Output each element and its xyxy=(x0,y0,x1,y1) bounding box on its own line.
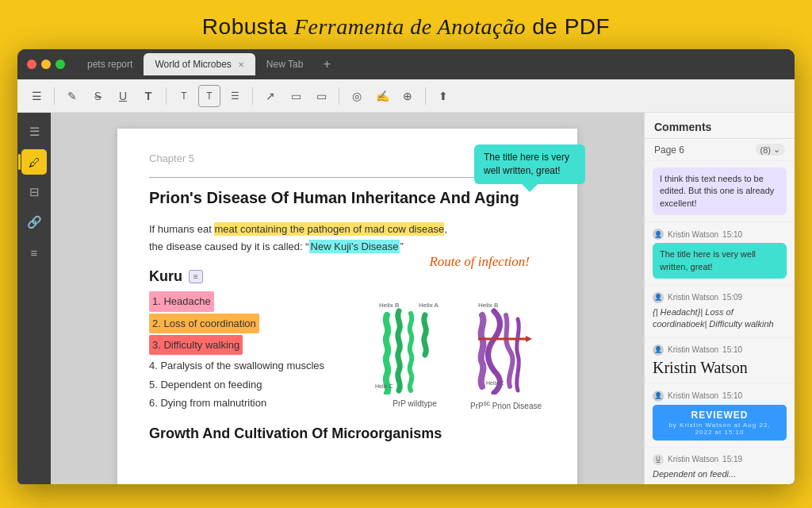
sidebar-item-annotations[interactable]: 🖊 xyxy=(21,149,47,175)
new-tab-button[interactable]: + xyxy=(317,55,336,74)
toolbar-redact-icon[interactable]: ⬆ xyxy=(432,85,454,107)
toolbar-layout-icon[interactable]: ☰ xyxy=(25,85,48,107)
document-title: Prion's Disease Of Human Inheritance And… xyxy=(149,187,546,208)
titlebar: pets report World of Microbes ✕ New Tab … xyxy=(17,49,795,79)
toolbar-strikethrough-icon[interactable]: S̶ xyxy=(86,85,109,107)
traffic-lights xyxy=(27,60,65,69)
svg-text:Helix B: Helix B xyxy=(478,302,498,309)
toolbar-pencil-icon[interactable]: ✎ xyxy=(61,85,83,107)
svg-marker-5 xyxy=(526,336,532,342)
avatar-3: 👤 xyxy=(653,292,664,303)
callout-annotation[interactable]: The title here is very well written, gre… xyxy=(474,144,585,184)
wildtype-svg: Helix B Helix A Helix C xyxy=(371,299,458,394)
toolbar-stamp-icon[interactable]: ⊕ xyxy=(396,85,419,107)
toolbar-rect-icon[interactable]: ▭ xyxy=(285,85,307,107)
app-window: pets report World of Microbes ✕ New Tab … xyxy=(17,49,795,484)
reviewed-badge: REVIEWED by Kristin Watson at Aug 22, 20… xyxy=(653,405,787,441)
protein-illustration: Helix B Helix A Helix C PrP wildtype xyxy=(371,299,546,412)
tab-pets-report[interactable]: pets report xyxy=(76,53,144,75)
heading-italic: Ferramenta de Anotação xyxy=(294,14,526,39)
comment-bubble-2: The title here is very well written, gre… xyxy=(653,243,787,279)
tab-world-of-microbes[interactable]: World of Microbes ✕ xyxy=(144,53,255,75)
highlight-kuji: New Kuji's Disease xyxy=(309,240,400,253)
comment-author-3: 👤 Kristin Watson 15:09 xyxy=(653,292,787,303)
sidebar-item-pages[interactable]: ☰ xyxy=(21,119,47,144)
comments-list[interactable]: I think this text needs to be edited. Bu… xyxy=(645,161,795,484)
main-content: ☰ 🖊 ⊟ 🔗 ≡ The title here is very well wr… xyxy=(17,113,795,484)
wildtype-label: PrP wildtype xyxy=(371,399,458,408)
toolbar-underline-icon[interactable]: U xyxy=(112,85,134,107)
left-sidebar: ☰ 🖊 ⊟ 🔗 ≡ xyxy=(17,113,51,484)
comment-text-3: {| Headacht}| Loss of coordinatioek| Dif… xyxy=(653,306,787,331)
avatar-2: 👤 xyxy=(653,229,664,240)
comment-item-4: 👤 Kristin Watson 15:10 Kristin Watson xyxy=(645,338,795,384)
document-page: The title here is very well written, gre… xyxy=(117,129,577,484)
toolbar-separator-4 xyxy=(339,87,339,105)
comments-panel: Comments Page 6 (8) ⌄ I think this text … xyxy=(644,113,795,484)
svg-text:Helix A: Helix A xyxy=(419,302,439,309)
avatar-4: 👤 xyxy=(653,344,664,356)
toolbar-signature-icon[interactable]: ✍ xyxy=(371,85,393,107)
document-body: If humans eat meat containing the pathog… xyxy=(149,221,546,256)
svg-text:Helix C: Helix C xyxy=(375,383,393,389)
comment-item-1: I think this text needs to be edited. Bu… xyxy=(645,161,795,222)
comment-text-6: Dependent on feedi... xyxy=(653,468,787,480)
bottom-title: Growth And Cultivation Of Microorganisms xyxy=(149,425,546,442)
close-button[interactable] xyxy=(27,60,36,69)
sidebar-item-attachments[interactable]: 🔗 xyxy=(21,210,47,235)
toolbar-callout-icon[interactable]: ☰ xyxy=(224,85,246,107)
toolbar: ☰ ✎ S̶ U T T T ☰ ↗ ▭ ▭ ◎ ✍ ⊕ ⬆ xyxy=(17,79,795,113)
toolbar-typewriter-icon[interactable]: T xyxy=(173,85,195,107)
toolbar-shape-icon[interactable]: ▭ xyxy=(310,85,332,107)
avatar-6: U̲ xyxy=(653,454,664,465)
section-kuru-title: Kuru ≡ xyxy=(149,268,546,285)
list-item-3: 3. Difficulty walking xyxy=(149,335,243,355)
sidebar-item-bookmarks[interactable]: ⊟ xyxy=(21,179,47,205)
comment-author-6: U̲ Kristin Watson 15:19 xyxy=(653,454,787,465)
list-item-6: 6. Dying from malnutrition xyxy=(149,394,371,412)
comment-count-badge[interactable]: (8) ⌄ xyxy=(756,144,785,156)
comment-author-4: 👤 Kristin Watson 15:10 xyxy=(653,344,787,356)
comment-item-5: 👤 Kristin Watson 15:10 REVIEWED by Krist… xyxy=(645,384,795,448)
toolbar-rotate-icon[interactable]: ◎ xyxy=(346,85,368,107)
toolbar-separator-2 xyxy=(166,87,167,105)
page-indicator: Page 6 (8) ⌄ xyxy=(645,139,795,161)
tab-new-tab[interactable]: New Tab xyxy=(255,53,314,75)
toolbar-separator-3 xyxy=(252,87,253,105)
list-item-2: 2. Loss of coordination xyxy=(149,314,259,333)
tab-bar: pets report World of Microbes ✕ New Tab … xyxy=(76,53,785,75)
prp-prion: Helix B Helix C PrP xyxy=(466,299,546,412)
comment-item-3: 👤 Kristin Watson 15:09 {| Headacht}| Los… xyxy=(645,286,795,338)
list-item-5: 5. Dependent on feeding xyxy=(149,375,371,394)
top-heading: Robusta Ferramenta de Anotação de PDF xyxy=(0,0,812,49)
close-tab-icon[interactable]: ✕ xyxy=(238,60,244,69)
prion-svg: Helix B Helix C xyxy=(466,299,546,394)
comments-header: Comments xyxy=(645,113,795,139)
heading-suffix: de PDF xyxy=(526,14,610,39)
toolbar-separator-5 xyxy=(425,87,426,105)
prion-label: PrPsc Prion Disease xyxy=(466,399,546,410)
svg-text:Helix C: Helix C xyxy=(486,380,504,386)
list-item-1: 1. Headache xyxy=(149,291,214,311)
comment-bubble-1: I think this text needs to be edited. Bu… xyxy=(653,167,787,215)
document-area[interactable]: The title here is very well written, gre… xyxy=(51,113,644,484)
sidebar-item-layers[interactable]: ≡ xyxy=(21,240,47,265)
prp-wildtype: Helix B Helix A Helix C PrP wildtype xyxy=(371,299,458,412)
comment-author-2: 👤 Kristin Watson 15:10 xyxy=(653,229,787,240)
toolbar-text-icon[interactable]: T xyxy=(137,85,159,107)
comment-item-2: 👤 Kristin Watson 15:10 The title here is… xyxy=(645,222,795,286)
symptom-list: 1. Headache 2. Loss of coordination 3. D… xyxy=(149,291,371,412)
svg-text:Helix B: Helix B xyxy=(379,302,399,309)
comment-author-5: 👤 Kristin Watson 15:10 xyxy=(653,391,787,402)
minimize-button[interactable] xyxy=(41,60,51,69)
toolbar-arrow-icon[interactable]: ↗ xyxy=(259,85,282,107)
toolbar-separator xyxy=(54,87,55,105)
heading-prefix: Robusta xyxy=(202,14,294,39)
maximize-button[interactable] xyxy=(56,60,65,69)
highlight-mad-cow: meat containing the pathogen of mad cow … xyxy=(214,222,444,236)
list-item-4: 4. Paralysis of the swallowing muscles xyxy=(149,356,371,375)
toolbar-text-box-icon[interactable]: T xyxy=(198,85,220,107)
route-annotation: Route of infection! xyxy=(429,254,530,270)
avatar-5: 👤 xyxy=(653,391,664,402)
comment-item-6: U̲ Kristin Watson 15:19 Dependent on fee… xyxy=(645,448,795,484)
